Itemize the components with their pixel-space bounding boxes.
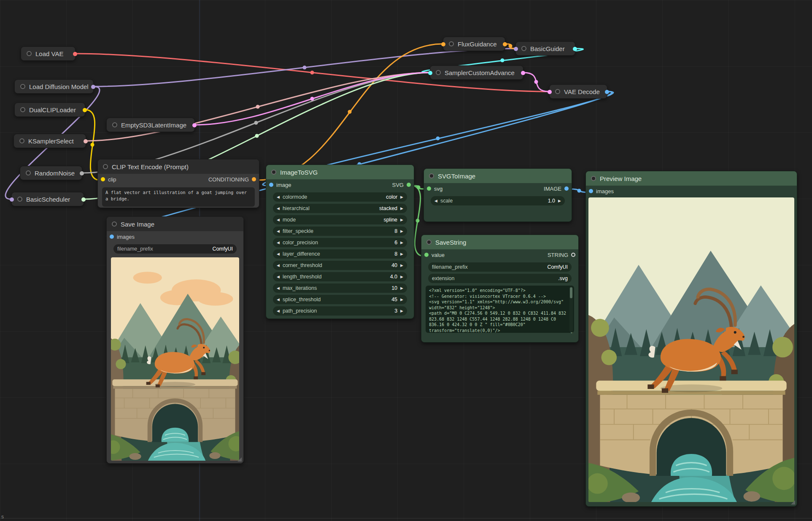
collapse-toggle-icon[interactable]	[555, 89, 560, 94]
widget-colormode[interactable]: ◀ colormode color ▶	[273, 192, 407, 202]
link-midpoint-dot[interactable]	[254, 121, 258, 125]
node-preview-image[interactable]: Preview Image images	[585, 171, 797, 507]
collapse-toggle-icon[interactable]	[112, 122, 117, 127]
node-fluxguidance[interactable]: FluxGuidance	[443, 37, 505, 51]
link-midpoint-dot[interactable]	[303, 66, 307, 70]
node-load-diffusion-model[interactable]: Load Diffusion Model	[14, 79, 94, 94]
link-midpoint-dot[interactable]	[509, 44, 513, 48]
output-slot-clip[interactable]	[83, 108, 87, 112]
input-slot-value[interactable]: value	[424, 252, 445, 258]
collapse-toggle-icon[interactable]	[20, 107, 25, 112]
node-dualcliploader[interactable]: DualCLIPLoader	[14, 103, 85, 117]
increment-arrow-icon[interactable]: ▶	[400, 252, 403, 256]
increment-arrow-icon[interactable]: ▶	[400, 195, 403, 199]
widget-filename-prefix[interactable]: filename_prefix ComfyUI	[113, 244, 237, 254]
widget-max-iterations[interactable]: ◀ max_iterations 10 ▶	[273, 283, 407, 293]
output-slot-string[interactable]: STRING	[548, 252, 575, 258]
input-slot-images[interactable]: images	[110, 234, 135, 240]
node-randomnoise[interactable]: RandomNoise	[20, 166, 82, 180]
widget-scale[interactable]: ◀ scale 1.0 ▶	[431, 196, 565, 205]
node-header[interactable]: SVGToImage	[424, 169, 572, 183]
node-header[interactable]: Save Image	[107, 217, 243, 231]
link-midpoint-dot[interactable]	[310, 97, 314, 101]
widget-corner-threshold[interactable]: ◀ corner_threshold 40 ▶	[273, 261, 407, 270]
link-midpoint-dot[interactable]	[501, 59, 504, 62]
collapse-toggle-icon[interactable]	[449, 41, 454, 46]
link-midpoint-dot[interactable]	[91, 143, 94, 147]
collapse-toggle-icon[interactable]	[17, 197, 22, 202]
node-savestring[interactable]: SaveString value STRING filename_prefix …	[421, 235, 579, 343]
image-slot-dot-icon[interactable]	[269, 183, 273, 187]
decrement-arrow-icon[interactable]: ◀	[277, 252, 280, 256]
node-clip-text-encode[interactable]: CLIP Text Encode (Prompt) clip CONDITION…	[97, 159, 259, 208]
decrement-arrow-icon[interactable]: ◀	[434, 199, 437, 203]
node-svgtoimage[interactable]: SVGToImage svg IMAGE ◀ scale 1.0 ▶	[424, 168, 572, 222]
decrement-arrow-icon[interactable]: ◀	[277, 218, 280, 222]
svg-source-text[interactable]: <?xml version="1.0" encoding="UTF-8"?> <…	[426, 286, 574, 333]
scroll-down-icon[interactable]: ⌄	[569, 330, 574, 334]
widget-layer-difference[interactable]: ◀ layer_difference 8 ▶	[273, 249, 407, 259]
output-slot-vae[interactable]	[73, 52, 77, 56]
node-header[interactable]: CLIP Text Encode (Prompt)	[98, 159, 259, 174]
output-slot-noise[interactable]	[80, 171, 84, 175]
increment-arrow-icon[interactable]: ▶	[400, 218, 403, 222]
increment-arrow-icon[interactable]: ▶	[558, 199, 561, 203]
collapse-toggle-icon[interactable]	[521, 46, 526, 51]
node-vae-decode[interactable]: VAE Decode	[549, 84, 607, 99]
collapse-toggle-icon[interactable]	[429, 173, 434, 178]
string-slot-dot-icon[interactable]	[571, 253, 575, 257]
scrollbar-thumb[interactable]	[570, 287, 572, 298]
link-midpoint-dot[interactable]	[436, 137, 440, 140]
link-midpoint-dot[interactable]	[310, 71, 314, 75]
widget-path-precision[interactable]: ◀ path_precision 3 ▶	[273, 306, 407, 316]
node-save-image[interactable]: Save Image images filename_prefix ComfyU…	[106, 216, 244, 464]
conditioning-slot-dot-icon[interactable]	[252, 177, 256, 181]
node-imagetosvg[interactable]: ImageToSVG image SVG ◀ colormode color ▶…	[266, 165, 414, 319]
node-header[interactable]: ImageToSVG	[266, 165, 414, 179]
output-slot-sampler[interactable]	[84, 139, 88, 143]
increment-arrow-icon[interactable]: ▶	[400, 298, 403, 302]
node-samplercustomadvance[interactable]: SamplerCustomAdvance	[430, 65, 523, 80]
clip-slot-dot-icon[interactable]	[101, 177, 105, 181]
input-slot-model[interactable]	[514, 47, 518, 51]
scrollbar[interactable]	[569, 286, 573, 332]
collapse-toggle-icon[interactable]	[271, 170, 276, 175]
output-slot-sigmas[interactable]	[81, 197, 86, 202]
collapse-toggle-icon[interactable]	[112, 221, 117, 227]
collapse-toggle-icon[interactable]	[27, 51, 32, 56]
collapse-toggle-icon[interactable]	[19, 138, 24, 143]
widget-length-threshold[interactable]: ◀ length_threshold 4.0 ▶	[273, 272, 407, 281]
preview-image-output[interactable]	[588, 197, 794, 502]
node-header[interactable]: Preview Image	[586, 171, 797, 186]
saved-image-preview[interactable]	[111, 257, 239, 461]
widget-mode[interactable]: ◀ mode spline ▶	[273, 215, 407, 224]
decrement-arrow-icon[interactable]: ◀	[277, 286, 280, 290]
prompt-text-input[interactable]: A flat vector art illustration of a goat…	[102, 187, 255, 207]
input-slot-image[interactable]: image	[269, 182, 291, 188]
increment-arrow-icon[interactable]: ▶	[400, 264, 403, 267]
link-midpoint-dot[interactable]	[534, 80, 538, 84]
image-slot-dot-icon[interactable]	[564, 186, 569, 191]
widget-splice-threshold[interactable]: ◀ splice_threshold 45 ▶	[273, 295, 407, 304]
collapse-toggle-icon[interactable]	[426, 240, 432, 245]
output-slot-conditioning[interactable]	[503, 42, 507, 46]
input-slot-clip[interactable]: clip	[101, 176, 116, 183]
link-midpoint-dot[interactable]	[416, 219, 420, 223]
increment-arrow-icon[interactable]: ▶	[400, 309, 403, 313]
output-slot-latent[interactable]	[521, 71, 525, 75]
decrement-arrow-icon[interactable]: ◀	[277, 195, 280, 199]
decrement-arrow-icon[interactable]: ◀	[277, 241, 280, 245]
node-basicscheduler[interactable]: BasicScheduler	[11, 192, 84, 206]
link-midpoint-dot[interactable]	[255, 134, 259, 138]
node-ksamplerselect[interactable]: KSamplerSelect	[13, 134, 86, 148]
output-slot-model[interactable]	[91, 85, 95, 89]
collapse-toggle-icon[interactable]	[591, 176, 596, 181]
decrement-arrow-icon[interactable]: ◀	[277, 207, 280, 211]
collapse-toggle-icon[interactable]	[436, 70, 441, 75]
collapse-toggle-icon[interactable]	[20, 84, 25, 89]
input-slot-guider[interactable]	[428, 71, 432, 75]
node-basicguider[interactable]: BasicGuider	[515, 41, 575, 56]
widget-extension[interactable]: extension .svg	[428, 274, 572, 283]
node-header[interactable]: SaveString	[421, 235, 578, 249]
decrement-arrow-icon[interactable]: ◀	[277, 309, 280, 313]
